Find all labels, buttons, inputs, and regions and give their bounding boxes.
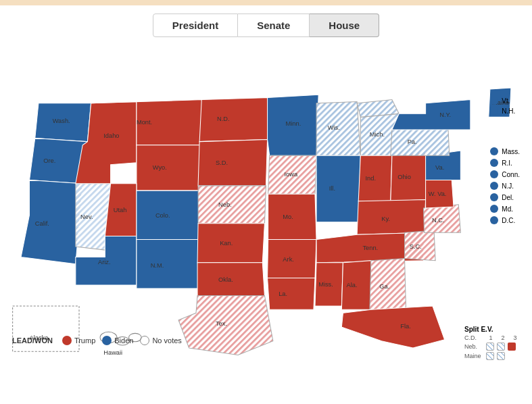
svg-marker-75 (423, 205, 460, 232)
svg-marker-38 (178, 295, 273, 355)
legend-biden: Biden (102, 336, 133, 345)
ri-label: R.I. (502, 159, 512, 167)
novotes-label: No votes (152, 336, 181, 345)
conn-dot (490, 170, 498, 178)
del-dot (490, 193, 498, 201)
novotes-color (140, 336, 149, 345)
neb-cd2-swatch (497, 343, 505, 351)
split-ev-2-label: 2 (498, 334, 508, 341)
conn-label: Conn. (502, 171, 520, 178)
md-dot (490, 205, 498, 213)
top-banner (0, 0, 532, 5)
small-state-conn: Conn. (490, 170, 520, 178)
svg-marker-44 (268, 194, 316, 239)
small-state-ri: R.I. (490, 159, 520, 167)
svg-marker-50 (316, 102, 360, 156)
neb-cd3-swatch (508, 343, 516, 351)
map-container: Wash. Ore. Calif. Nev. Idaho Mont. Wyo. … (0, 43, 532, 374)
legend: LEAD/WON Trump Biden No votes (12, 336, 182, 345)
small-state-vt: Vt. (490, 97, 520, 105)
svg-marker-20 (105, 184, 137, 236)
maine-row-label: Maine (464, 353, 483, 359)
svg-marker-34 (197, 224, 264, 263)
del-label: Del. (502, 194, 514, 201)
maine-cd2-swatch (497, 352, 505, 360)
svg-marker-46 (268, 240, 316, 278)
svg-marker-83 (392, 99, 470, 130)
svg-marker-40 (268, 95, 319, 155)
nh-label: N.H. (502, 107, 515, 115)
nh-dot (490, 107, 498, 115)
dc-label: D.C. (502, 217, 515, 224)
svg-marker-28 (199, 97, 270, 141)
small-state-dc: D.C. (490, 216, 520, 224)
neb-cd1-swatch (486, 343, 494, 351)
svg-marker-42 (268, 155, 316, 194)
legend-title: LEAD/WON (12, 336, 53, 345)
tab-house[interactable]: House (310, 14, 379, 37)
svg-marker-6 (35, 103, 91, 142)
nj-dot (490, 182, 498, 190)
dc-dot (490, 216, 498, 224)
svg-marker-52 (316, 155, 360, 222)
split-ev-title: Split E.V. (464, 326, 520, 333)
svg-marker-10 (21, 180, 82, 264)
small-state-nj: N.J. (490, 182, 520, 190)
svg-marker-67 (341, 261, 370, 309)
small-state-mass: Mass. (490, 147, 520, 155)
vt-dot (490, 97, 498, 105)
svg-marker-77 (426, 176, 454, 208)
ri-dot (490, 159, 498, 167)
split-ev-3-label: 3 (510, 334, 520, 341)
split-ev-cd-label: C.D. (464, 334, 483, 341)
trump-color (62, 336, 72, 345)
svg-marker-26 (137, 240, 199, 288)
legend-trump: Trump (62, 336, 95, 345)
small-state-md: Md. (490, 205, 520, 213)
legend-novotes: No votes (140, 336, 181, 345)
split-ev-panel: Split E.V. C.D. 1 2 3 Neb. Maine (464, 326, 520, 360)
tab-senate[interactable]: Senate (238, 14, 310, 37)
tab-bar: President Senate House (0, 5, 532, 43)
svg-marker-32 (198, 186, 266, 224)
svg-marker-48 (268, 278, 315, 310)
svg-marker-36 (197, 263, 264, 296)
mass-dot (490, 147, 498, 155)
biden-color (102, 336, 112, 345)
svg-marker-18 (137, 145, 201, 191)
md-label: Md. (502, 205, 513, 213)
tab-president[interactable]: President (153, 14, 238, 37)
vt-label: Vt. (502, 97, 510, 105)
nj-label: N.J. (502, 182, 514, 190)
small-states-panel: Vt. N.H. Mass. R.I. Conn. N.J. Del. (490, 97, 520, 224)
trump-label: Trump (74, 336, 95, 345)
svg-marker-73 (405, 230, 436, 261)
neb-row-label: Neb. (464, 343, 483, 350)
svg-marker-59 (391, 152, 426, 201)
svg-marker-57 (358, 155, 392, 201)
small-state-nh: N.H. (490, 107, 520, 115)
svg-text:Hawaii: Hawaii (103, 349, 122, 356)
maine-cd1-swatch (486, 352, 494, 360)
svg-marker-65 (315, 263, 343, 306)
svg-marker-55 (357, 99, 399, 117)
split-ev-1-label: 1 (486, 334, 495, 341)
svg-marker-71 (341, 306, 444, 348)
biden-label: Biden (114, 336, 133, 345)
svg-marker-24 (137, 191, 199, 239)
svg-marker-30 (198, 140, 268, 186)
svg-marker-69 (370, 259, 406, 313)
svg-marker-61 (357, 200, 425, 235)
mass-label: Mass. (502, 148, 520, 155)
small-state-del: Del. (490, 193, 520, 201)
